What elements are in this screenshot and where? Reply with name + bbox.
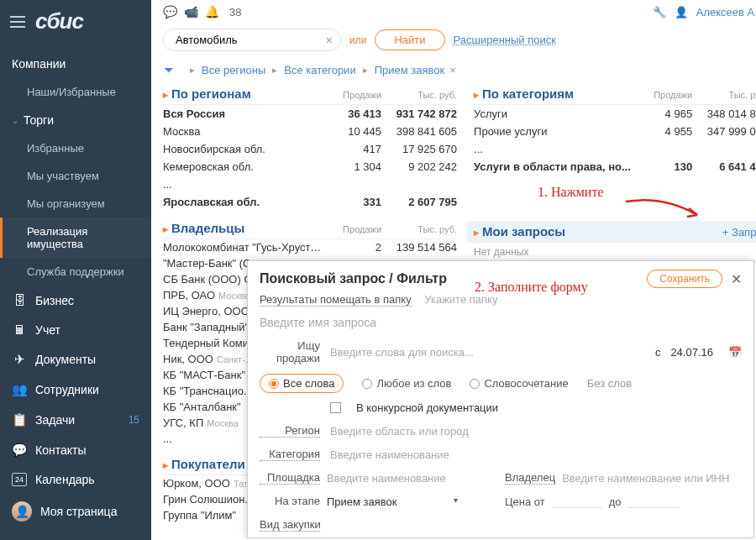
table-row[interactable]: Ярославская обл.3312 607 795	[163, 193, 457, 211]
user-icon[interactable]: 👤	[675, 6, 688, 18]
nav-calendar[interactable]: 24Календарь	[0, 465, 151, 494]
folder-placeholder[interactable]: Укажите папку	[424, 293, 497, 306]
calendar-icon: 24	[12, 473, 27, 486]
nav-mypage[interactable]: 👤Моя страница	[0, 494, 151, 529]
nav-tasks[interactable]: 📋Задачи15	[0, 405, 151, 435]
clear-icon[interactable]: ×	[326, 34, 333, 47]
categories-title[interactable]: По категориям	[474, 87, 574, 101]
bc-categories[interactable]: Все категории	[284, 64, 355, 76]
notif-count: 38	[229, 6, 241, 18]
table-row[interactable]: Кемеровская обл.1 3049 202 242	[163, 158, 457, 176]
table-row[interactable]: Услуги в области права, но...1306 641 49…	[474, 158, 756, 176]
table-row[interactable]: Новосибирская обл.41717 925 670	[163, 140, 457, 158]
calendar-icon[interactable]: 📅	[728, 346, 742, 359]
advanced-search-link[interactable]: Расширенный поиск	[454, 34, 556, 46]
owners-title[interactable]: Владельцы	[163, 221, 244, 235]
owner-label[interactable]: Владелец	[505, 471, 555, 485]
col-sales: Продажи	[323, 224, 381, 234]
without-words[interactable]: Без слов	[587, 377, 632, 390]
avatar: 👤	[12, 501, 32, 522]
chevron-down-icon: ⌄	[12, 116, 18, 125]
nav-staff[interactable]: 👥Сотрудники	[0, 375, 151, 405]
chevron-icon: ▸	[272, 65, 277, 76]
bc-regions[interactable]: Все регионы	[202, 64, 265, 76]
radio-all-words[interactable]: Все слова	[260, 374, 344, 393]
breadcrumbs: ⏷ ▸ Все регионы ▸ Все категории ▸ Прием …	[151, 60, 756, 83]
modal-title: Поисковый запрос / Фильтр	[260, 271, 447, 286]
in-docs-label: В конкурсной документации	[356, 401, 498, 414]
save-button[interactable]: Сохранить	[647, 270, 722, 288]
col-rub: Тыс. руб.	[381, 90, 457, 100]
calculator-icon: 🖩	[12, 322, 27, 337]
stage-label: На этапе	[260, 495, 320, 508]
category-label[interactable]: Категория	[260, 448, 320, 461]
search-words-input[interactable]: Введите слова для поиска...	[330, 346, 645, 359]
stage-select[interactable]: Прием заявок	[327, 495, 461, 508]
price-from-input[interactable]	[552, 495, 602, 508]
clipboard-icon: 📋	[12, 412, 27, 427]
nav-business[interactable]: 🗄Бизнес	[0, 286, 151, 315]
nav-participate[interactable]: Мы участвуем	[0, 162, 151, 190]
radio-phrase[interactable]: Словосочетание	[470, 377, 568, 390]
date-from[interactable]: 24.07.16	[670, 346, 713, 359]
nav-torgi[interactable]: ⌄Торги	[0, 106, 151, 134]
nav-uchet[interactable]: 🖩Учет	[0, 315, 151, 344]
close-icon[interactable]: ×	[449, 64, 456, 76]
nav-docs[interactable]: ✈Документы	[0, 344, 151, 375]
find-button[interactable]: Найти	[375, 29, 444, 50]
chat-icon[interactable]: 💬	[163, 5, 177, 18]
category-input[interactable]: Введите наименование	[330, 448, 742, 461]
people-icon: 👥	[12, 382, 27, 397]
platform-input[interactable]: Введите наименование	[327, 472, 461, 485]
price-to-input[interactable]	[628, 495, 679, 508]
table-row[interactable]: ...	[163, 176, 457, 193]
platform-label[interactable]: Площадка	[260, 471, 320, 485]
sidebar: сбис Компании Наши/Избранные ⌄Торги Избр…	[0, 0, 151, 540]
logo: сбис	[35, 8, 83, 34]
table-row[interactable]: Услуги4 965348 014 847	[474, 105, 756, 123]
filter-modal: Поисковый запрос / Фильтр Сохранить ✕ Ре…	[247, 260, 754, 538]
radio-any-word[interactable]: Любое из слов	[362, 377, 451, 390]
send-icon: ✈	[12, 352, 27, 367]
close-icon[interactable]: ✕	[731, 271, 742, 287]
filter-icon[interactable]: ⏷	[163, 63, 175, 76]
table-row[interactable]: ...	[474, 140, 756, 158]
briefcase-icon: 🗄	[12, 293, 27, 307]
nav-companies[interactable]: Компании	[0, 50, 151, 78]
bell-icon[interactable]: 🔔	[205, 5, 219, 18]
search-input[interactable]	[163, 29, 341, 51]
nav-fav[interactable]: Наши/Избранные	[0, 78, 151, 106]
nav-izbr[interactable]: Избранные	[0, 134, 151, 162]
purchase-type-label[interactable]: Вид закупки	[260, 518, 320, 532]
wrench-icon[interactable]: 🔧	[653, 6, 666, 18]
menu-toggle[interactable]	[10, 16, 25, 28]
col-rub: Тыс. руб.	[692, 90, 756, 100]
owner-input[interactable]: Введите наименование или ИНН	[562, 472, 729, 485]
date-from-label: с	[655, 346, 661, 359]
myreq-title[interactable]: Мои запросы	[474, 224, 565, 239]
video-icon[interactable]: 📹	[184, 5, 198, 18]
chevron-icon: ▸	[363, 65, 368, 76]
bc-stage[interactable]: Прием заявок	[375, 64, 445, 76]
nodata: Нет данных	[474, 243, 756, 261]
region-input[interactable]: Введите область или город	[330, 425, 742, 438]
search-label: Ищу продажи	[260, 339, 320, 365]
searchbar: × или Найти Расширенный поиск	[151, 24, 756, 60]
username[interactable]: Алексеев А.А.	[696, 6, 756, 18]
results-folder-link[interactable]: Результаты помещать в папку	[260, 293, 412, 307]
table-row[interactable]: Москва10 445398 841 605	[163, 123, 457, 140]
table-row[interactable]: Прочие услуги4 955347 999 079	[474, 123, 756, 140]
nav-realiz[interactable]: Реализация имущества	[0, 218, 151, 258]
nav-support[interactable]: Служба поддержки	[0, 258, 151, 286]
nav-organize[interactable]: Мы организуем	[0, 190, 151, 218]
add-request-button[interactable]: + Запрос	[722, 226, 756, 239]
buyers-title[interactable]: Покупатели	[163, 457, 245, 471]
table-row[interactable]: Молококомбинат "Гусь-Хруста...2139 514 5…	[163, 239, 457, 255]
query-name-input[interactable]	[260, 311, 742, 334]
nav-contacts[interactable]: 💬Контакты	[0, 435, 151, 465]
table-row[interactable]: Вся Россия36 413931 742 872	[163, 105, 457, 123]
in-docs-checkbox[interactable]	[330, 402, 341, 413]
tasks-badge: 15	[129, 414, 139, 426]
region-label[interactable]: Регион	[260, 424, 320, 438]
regions-title[interactable]: По регионам	[163, 87, 251, 101]
